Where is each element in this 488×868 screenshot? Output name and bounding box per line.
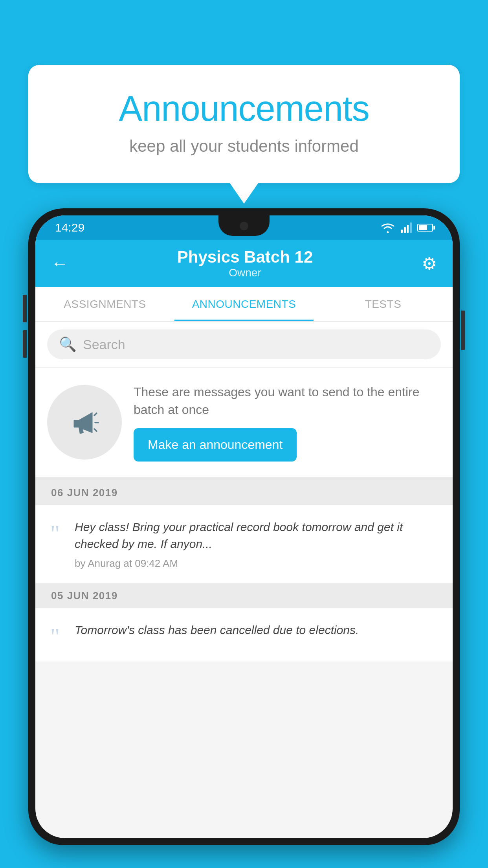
battery-fill [419,225,427,230]
power-button [461,311,465,350]
battery-icon [417,224,433,232]
date-label-2: 05 JUN 2019 [51,590,118,601]
wifi-icon [380,222,395,233]
announcement-meta-1: by Anurag at 09:42 AM [75,557,441,570]
tab-tests-label: TESTS [365,298,402,311]
header-subtitle: Owner [177,267,313,279]
search-input[interactable]: Search [83,337,125,352]
phone-screen: 14:29 [35,215,453,838]
megaphone-icon [67,405,102,440]
speech-bubble: Announcements keep all your students inf… [28,65,460,183]
announcement-icon-circle [47,385,122,460]
make-announcement-button[interactable]: Make an announcement [134,428,297,462]
search-box[interactable]: 🔍 Search [47,329,441,359]
tab-assignments-label: ASSIGNMENTS [64,298,146,311]
svg-line-2 [94,429,97,431]
announcement-item-1[interactable]: " Hey class! Bring your practical record… [35,505,453,583]
announcement-description: These are messages you want to send to t… [134,383,441,419]
header-center: Physics Batch 12 Owner [177,248,313,279]
volume-down-button [23,330,27,358]
announcement-cta-section: These are messages you want to send to t… [35,368,453,480]
svg-line-0 [94,413,97,416]
tab-announcements-label: ANNOUNCEMENTS [192,298,296,311]
quote-icon-2: " [43,625,67,648]
front-camera [240,222,248,230]
status-time: 14:29 [55,221,84,234]
bubble-title: Announcements [60,88,428,129]
announcement-message-2: Tomorrow's class has been cancelled due … [75,622,441,639]
announcement-content-2: Tomorrow's class has been cancelled due … [75,622,441,648]
settings-icon[interactable]: ⚙ [422,254,437,274]
search-container: 🔍 Search [35,322,453,368]
search-icon: 🔍 [59,336,77,353]
status-icons [380,222,433,233]
announcement-item-2[interactable]: " Tomorrow's class has been cancelled du… [35,608,453,662]
volume-up-button [23,295,27,322]
back-button[interactable]: ← [51,254,68,273]
signal-icon [401,223,412,233]
tab-assignments[interactable]: ASSIGNMENTS [35,287,174,321]
tab-tests[interactable]: TESTS [314,287,453,321]
date-separator-1: 06 JUN 2019 [35,480,453,505]
quote-icon-1: " [43,522,67,570]
announcement-content-1: Hey class! Bring your practical record b… [75,519,441,570]
phone-mockup: 14:29 [28,208,460,868]
tab-announcements[interactable]: ANNOUNCEMENTS [174,287,314,321]
announcement-message-1: Hey class! Bring your practical record b… [75,519,441,553]
phone-outer: 14:29 [28,208,460,845]
bubble-subtitle: keep all your students informed [60,137,428,156]
app-header: ← Physics Batch 12 Owner ⚙ [35,240,453,287]
tabs-bar: ASSIGNMENTS ANNOUNCEMENTS TESTS [35,287,453,322]
date-label-1: 06 JUN 2019 [51,487,118,498]
date-separator-2: 05 JUN 2019 [35,583,453,608]
phone-notch [218,215,270,236]
speech-bubble-section: Announcements keep all your students inf… [28,65,460,183]
header-title: Physics Batch 12 [177,248,313,267]
announcement-cta-right: These are messages you want to send to t… [134,383,441,462]
